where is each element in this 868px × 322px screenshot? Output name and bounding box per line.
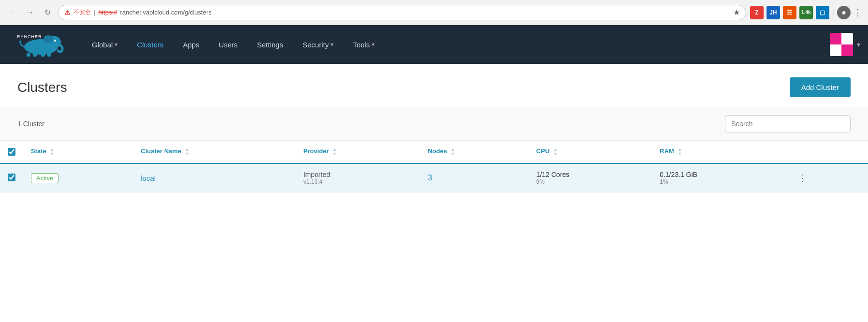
row-state: Active	[23, 163, 133, 192]
nav-global[interactable]: Global ▾	[82, 25, 127, 64]
forward-button[interactable]: →	[23, 6, 37, 19]
cpu-main: 1/12 Cores	[536, 171, 644, 178]
nav-users[interactable]: Users	[209, 25, 247, 64]
row-cluster-name: local	[133, 163, 295, 192]
user-profile-icon[interactable]: ●	[837, 6, 851, 19]
insecure-label: 不安全	[73, 8, 91, 16]
search-input[interactable]	[725, 115, 851, 132]
ram-sub: 1%	[660, 178, 779, 185]
nav-tools[interactable]: Tools ▾	[343, 25, 384, 64]
global-chevron-icon: ▾	[115, 41, 117, 48]
browser-chrome: ← → ↻ ⚠ 不安全 | https://rancher.vapicloud.…	[0, 0, 868, 25]
nodes-sort-icon[interactable]: ▲▼	[451, 147, 455, 156]
select-all-checkbox[interactable]	[8, 148, 15, 156]
cpu-sort-icon[interactable]: ▲▼	[553, 147, 558, 156]
page-title: Clusters	[17, 80, 67, 95]
browser-menu-icon[interactable]: ⋮	[854, 7, 862, 18]
nav-items: Global ▾ Clusters Apps Users Settings Se…	[82, 25, 822, 64]
row-provider: Imported v1.13.4	[296, 163, 420, 192]
nav-settings[interactable]: Settings	[247, 25, 293, 64]
status-badge: Active	[31, 173, 58, 183]
clusters-table: State ▲▼ Cluster Name ▲▼ Provider ▲▼ Nod…	[0, 141, 868, 192]
th-ram[interactable]: RAM ▲▼	[652, 141, 787, 163]
row-checkbox[interactable]	[8, 174, 15, 181]
user-menu-chevron-icon[interactable]: ▾	[857, 41, 860, 48]
table-toolbar: 1 Cluster	[0, 107, 868, 141]
bookmark-icon[interactable]: ★	[733, 8, 740, 17]
page-header: Clusters Add Cluster	[0, 64, 868, 107]
svg-rect-5	[33, 53, 37, 57]
nodes-count: 3	[428, 174, 432, 182]
ext-icon-5[interactable]: ▢	[816, 6, 829, 19]
state-sort-icon[interactable]: ▲▼	[50, 147, 54, 156]
ram-sort-icon[interactable]: ▲▼	[678, 147, 682, 156]
add-cluster-button[interactable]: Add Cluster	[790, 77, 851, 97]
svg-point-8	[54, 40, 56, 42]
app-navbar: RANCHER Global ▾ Clusters Apps Users Set…	[0, 25, 868, 64]
reload-button[interactable]: ↻	[41, 6, 54, 19]
cpu-sub: 9%	[536, 178, 644, 185]
th-state[interactable]: State ▲▼	[23, 141, 133, 163]
brand-logo: RANCHER	[0, 32, 82, 57]
nav-security[interactable]: Security ▾	[293, 25, 343, 64]
ext-icon-1[interactable]: Z	[750, 6, 764, 19]
table-row: Active local Imported v1.13.4 3 1/12 Cor…	[0, 163, 868, 192]
back-button[interactable]: ←	[6, 6, 19, 19]
row-nodes: 3	[420, 163, 528, 192]
svg-rect-7	[47, 53, 51, 57]
browser-extensions: Z JH ☰ 1.4k ▢ | ● ⋮	[750, 6, 862, 19]
cluster-name-sort-icon[interactable]: ▲▼	[185, 147, 189, 156]
rancher-logo-svg: RANCHER	[14, 32, 68, 57]
th-nodes[interactable]: Nodes ▲▼	[420, 141, 528, 163]
table-body: Active local Imported v1.13.4 3 1/12 Cor…	[0, 163, 868, 192]
address-url-rest: rancher.vapicloud.com/g/clusters	[120, 9, 211, 16]
nav-clusters[interactable]: Clusters	[127, 25, 173, 64]
svg-rect-6	[41, 53, 45, 57]
security-warning-icon: ⚠	[64, 9, 71, 16]
th-checkbox	[0, 141, 23, 163]
row-actions-menu-button[interactable]: ⋮	[795, 171, 811, 185]
security-chevron-icon: ▾	[331, 41, 333, 48]
page-content: Clusters Add Cluster 1 Cluster State ▲▼ …	[0, 64, 868, 322]
cluster-name-link[interactable]: local	[141, 174, 156, 182]
table-header: State ▲▼ Cluster Name ▲▼ Provider ▲▼ Nod…	[0, 141, 868, 163]
ram-main: 0.1/23.1 GiB	[660, 171, 779, 178]
cluster-count: 1 Cluster	[17, 120, 44, 128]
th-provider[interactable]: Provider ▲▼	[296, 141, 420, 163]
ext-icon-4[interactable]: 1.4k	[799, 6, 813, 19]
ext-icon-3[interactable]: ☰	[783, 6, 796, 19]
address-separator: |	[94, 9, 95, 16]
user-avatar[interactable]	[830, 33, 853, 56]
address-url-https: https://	[98, 9, 117, 16]
nav-apps[interactable]: Apps	[173, 25, 209, 64]
th-cluster-name[interactable]: Cluster Name ▲▼	[133, 141, 295, 163]
address-bar[interactable]: ⚠ 不安全 | https://rancher.vapicloud.com/g/…	[58, 5, 746, 20]
row-cpu: 1/12 Cores 9%	[529, 163, 652, 192]
th-cpu[interactable]: CPU ▲▼	[529, 141, 652, 163]
svg-text:RANCHER: RANCHER	[17, 34, 42, 39]
row-ram: 0.1/23.1 GiB 1%	[652, 163, 787, 192]
row-checkbox-cell	[0, 163, 23, 192]
tools-chevron-icon: ▾	[372, 41, 375, 48]
svg-rect-4	[27, 53, 30, 57]
nav-right: ▾	[822, 33, 868, 56]
provider-main: Imported	[304, 171, 412, 178]
ext-icon-2[interactable]: JH	[767, 6, 780, 19]
svg-point-3	[43, 35, 53, 43]
th-actions	[787, 141, 868, 163]
provider-sort-icon[interactable]: ▲▼	[333, 147, 337, 156]
row-actions: ⋮	[787, 163, 868, 192]
provider-sub: v1.13.4	[304, 178, 412, 185]
